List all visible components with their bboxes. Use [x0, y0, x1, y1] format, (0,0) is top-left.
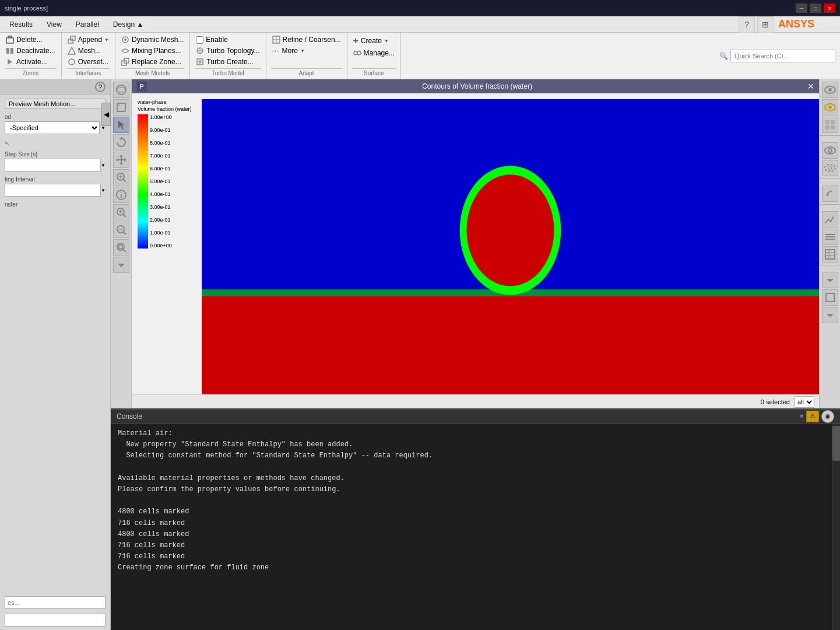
- right-icon-eye1[interactable]: [822, 99, 838, 116]
- right-icon-table[interactable]: [822, 246, 838, 262]
- btn-overset[interactable]: Overset...: [66, 57, 110, 66]
- right-icon-lines[interactable]: [822, 229, 838, 245]
- console-warn-btn[interactable]: ⚠: [806, 411, 819, 422]
- right-icon-eye-outline1[interactable]: [822, 142, 838, 159]
- help-circle-icon[interactable]: ?: [95, 82, 106, 92]
- btn-refine[interactable]: Refine / Coarsen...: [271, 35, 342, 44]
- menu-design[interactable]: Design ▲: [106, 18, 151, 31]
- search-input[interactable]: [730, 50, 835, 62]
- btn-overset-label: Overset...: [78, 58, 108, 66]
- help-icon[interactable]: ?: [739, 16, 755, 33]
- viewport-pin-button[interactable]: P: [136, 81, 147, 92]
- console-line-2: Selecting constant method for "Standard …: [118, 450, 825, 461]
- btn-delete[interactable]: Delete...: [5, 35, 57, 44]
- tool-info[interactable]: [113, 187, 129, 203]
- svg-point-68: [825, 147, 835, 154]
- btn-turbo-create[interactable]: Turbo Create...: [195, 57, 261, 66]
- svg-marker-34: [120, 163, 123, 165]
- menu-view[interactable]: View: [40, 18, 69, 31]
- append-dropdown-icon[interactable]: ▼: [104, 37, 109, 43]
- svg-rect-64: [825, 120, 830, 124]
- tool-zoom-in[interactable]: [113, 204, 129, 220]
- right-icon-chart[interactable]: [822, 211, 838, 228]
- step-size-spinner-icon[interactable]: ▼: [101, 163, 106, 168]
- tool-zoom-box[interactable]: [113, 239, 129, 256]
- panel-collapse-btn[interactable]: ◀: [101, 103, 111, 126]
- reporting-spinner-icon[interactable]: ▼: [101, 188, 106, 193]
- mixing-planes-icon: [121, 47, 129, 55]
- right-icon-chevron-down2[interactable]: [822, 307, 838, 323]
- ansys-menu-icons: ? ⊞ ANSYS: [739, 16, 838, 33]
- tool-select[interactable]: [113, 117, 129, 133]
- tool-sidebar: [111, 79, 132, 408]
- simulation-canvas: [202, 99, 819, 394]
- search-field[interactable]: [5, 596, 106, 609]
- btn-manage[interactable]: Manage...: [352, 48, 396, 58]
- interfaces-label: Interfaces: [66, 68, 110, 76]
- reporting-input[interactable]: [5, 184, 101, 197]
- tool-rotate[interactable]: [113, 134, 129, 150]
- console-settings-icon: ✕: [799, 413, 804, 419]
- svg-line-38: [123, 179, 126, 182]
- menu-results[interactable]: Results: [2, 18, 40, 31]
- btn-activate[interactable]: Activate...: [5, 57, 57, 66]
- manage-icon: [353, 49, 361, 57]
- layout-icon[interactable]: ⊞: [757, 16, 774, 33]
- tool-sphere[interactable]: [113, 82, 129, 98]
- btn-dynamic-mesh[interactable]: Dynamic Mesh...: [120, 35, 185, 44]
- btn-turbo-topology-label: Turbo Topology...: [206, 47, 259, 55]
- tool-zoom-out[interactable]: [113, 222, 129, 238]
- tool-scroll-down[interactable]: [113, 257, 129, 273]
- refine-icon: [272, 36, 280, 44]
- right-icon-chevron-down1[interactable]: [822, 272, 838, 288]
- tool-zoom-fit[interactable]: [113, 169, 129, 186]
- right-icon-eye-solid[interactable]: [822, 82, 838, 98]
- console-scrollbar[interactable]: [832, 424, 840, 630]
- svg-rect-4: [6, 48, 9, 54]
- tool-cube[interactable]: [113, 99, 129, 116]
- enable-checkbox[interactable]: [196, 36, 203, 44]
- legend-val-3: 7.00e-01: [150, 153, 172, 159]
- filter-select[interactable]: all: [795, 396, 814, 408]
- scrollbar-thumb[interactable]: [832, 426, 840, 461]
- more-dropdown-icon[interactable]: ▼: [300, 48, 305, 54]
- menu-parallel[interactable]: Parallel: [69, 18, 106, 31]
- preview-mesh-btn[interactable]: Preview Mesh Motion...: [5, 99, 106, 109]
- right-icon-grid[interactable]: [822, 117, 838, 133]
- viewport-close-button[interactable]: ✕: [807, 82, 814, 91]
- legend-title2: Volume fraction (water): [138, 106, 192, 112]
- right-icon-undo[interactable]: [822, 186, 838, 202]
- maximize-button[interactable]: □: [810, 4, 821, 13]
- panel-header: ?: [0, 79, 110, 95]
- btn-append[interactable]: Append ▼: [66, 35, 110, 44]
- btn-create-surface[interactable]: + Create ▼: [352, 35, 396, 47]
- btn-mixing-planes[interactable]: Mixing Planes...: [120, 46, 185, 55]
- extra-input[interactable]: [5, 614, 106, 626]
- svg-point-12: [124, 38, 126, 41]
- toolbar-interfaces: Append ▼ Mesh... Overset... Interfaces: [62, 33, 115, 79]
- console-line-7: 4800 cells marked: [118, 506, 825, 517]
- step-size-input[interactable]: [5, 159, 101, 172]
- right-icon-eye-outline2[interactable]: [822, 160, 838, 176]
- btn-deactivate[interactable]: Deactivate...: [5, 46, 57, 55]
- btn-enable[interactable]: Enable: [195, 35, 261, 44]
- viewport-window: P Contours of Volume fraction (water) ✕ …: [132, 79, 819, 408]
- console-stop-btn[interactable]: ◉: [821, 410, 834, 423]
- btn-replace-zone[interactable]: Replace Zone...: [120, 57, 185, 66]
- tool-translate[interactable]: [113, 152, 129, 168]
- close-button[interactable]: ✕: [824, 4, 835, 13]
- method-select[interactable]: -Specified: [5, 121, 100, 134]
- viewport-header: P Contours of Volume fraction (water) ✕: [132, 79, 819, 93]
- main-layout: ? ◀ Preview Mesh Motion... od -Specified…: [0, 79, 840, 630]
- btn-turbo-topology[interactable]: Turbo Topology...: [195, 46, 261, 55]
- legend-val-9: 1.00e-01: [150, 230, 172, 236]
- svg-marker-54: [118, 264, 125, 267]
- btn-mesh[interactable]: Mesh...: [66, 46, 110, 55]
- minimize-button[interactable]: ─: [796, 4, 807, 13]
- legend-val-7: 3.00e-01: [150, 204, 172, 210]
- create-dropdown-icon[interactable]: ▼: [384, 38, 389, 44]
- btn-more[interactable]: ··· More ▼: [271, 46, 342, 55]
- svg-rect-0: [6, 38, 13, 43]
- activate-icon: [6, 58, 14, 66]
- right-icon-square[interactable]: [822, 289, 838, 306]
